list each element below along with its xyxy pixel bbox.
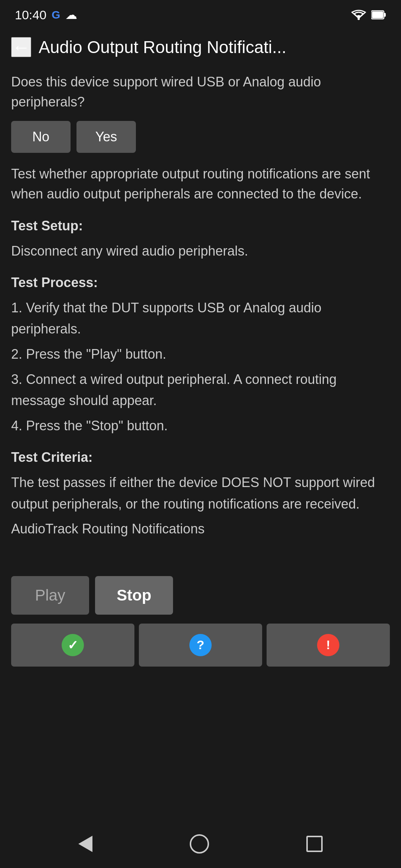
nav-home-button[interactable] (190, 834, 209, 854)
status-time: 10:40 (15, 8, 46, 22)
controls-area: Play Stop ✓ ? ! (0, 565, 401, 674)
svg-rect-3 (384, 13, 386, 17)
main-content: Does this device support wired USB or An… (0, 65, 401, 558)
google-icon: G (52, 9, 60, 21)
status-left: 10:40 G ☁ (15, 8, 77, 22)
svg-point-0 (358, 18, 360, 20)
no-button[interactable]: No (11, 121, 71, 153)
result-row: ✓ ? ! (11, 624, 390, 667)
info-button[interactable]: ? (139, 624, 262, 667)
play-button[interactable]: Play (11, 576, 89, 615)
battery-icon (371, 10, 386, 20)
play-stop-row: Play Stop (11, 576, 390, 615)
page-title: Audio Output Routing Notificati... (39, 37, 390, 57)
test-step-4: 4. Press the "Stop" button. (11, 415, 390, 437)
test-criteria-sub: AudioTrack Routing Notifications (11, 518, 390, 540)
status-bar: 10:40 G ☁ (0, 0, 401, 30)
test-process-section: Test Process: 1. Verify that the DUT sup… (11, 272, 390, 436)
info-icon: ? (189, 634, 212, 656)
nav-recents-icon (306, 836, 323, 852)
cloud-icon: ☁ (65, 8, 77, 22)
app-header: ← Audio Output Routing Notificati... (0, 30, 401, 65)
test-process-label: Test Process: (11, 272, 390, 293)
stop-button[interactable]: Stop (95, 576, 173, 615)
fail-icon: ! (317, 634, 339, 656)
svg-rect-2 (372, 11, 383, 18)
wifi-icon (351, 9, 366, 20)
test-setup-label: Test Setup: (11, 215, 390, 237)
nav-back-button[interactable] (78, 836, 92, 852)
yes-no-row: No Yes (11, 121, 390, 153)
pass-icon: ✓ (62, 634, 84, 656)
nav-home-icon (190, 834, 209, 854)
status-right (351, 9, 386, 20)
test-step-1: 1. Verify that the DUT supports USB or A… (11, 297, 390, 340)
test-step-2: 2. Press the "Play" button. (11, 343, 390, 365)
test-criteria-label: Test Criteria: (11, 447, 390, 468)
nav-back-icon (78, 836, 92, 852)
description-text: Test whether appropriate output routing … (11, 164, 390, 204)
test-setup-section: Test Setup: Disconnect any wired audio p… (11, 215, 390, 262)
back-button[interactable]: ← (11, 37, 31, 57)
test-criteria-section: Test Criteria: The test passes if either… (11, 447, 390, 539)
fail-button[interactable]: ! (267, 624, 390, 667)
question-text: Does this device support wired USB or An… (11, 72, 390, 112)
test-criteria-content: The test passes if either the device DOE… (11, 472, 390, 514)
pass-button[interactable]: ✓ (11, 624, 134, 667)
yes-button[interactable]: Yes (76, 121, 136, 153)
nav-bar (0, 820, 401, 868)
test-setup-content: Disconnect any wired audio peripherals. (11, 240, 390, 262)
nav-recents-button[interactable] (306, 836, 323, 852)
test-step-3: 3. Connect a wired output peripheral. A … (11, 369, 390, 411)
